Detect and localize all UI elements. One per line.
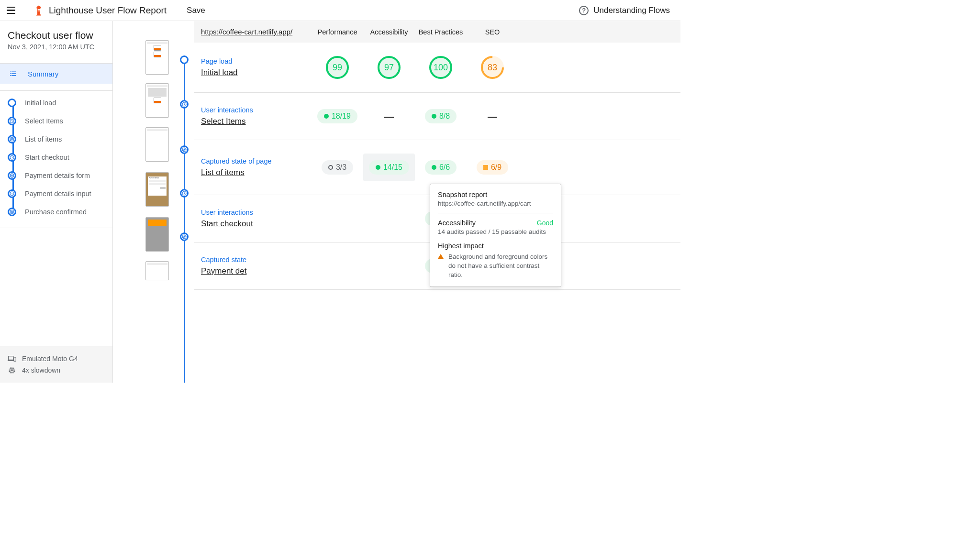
score-pill[interactable]: 14/15 <box>369 160 409 175</box>
score-cell: 99 <box>312 56 363 79</box>
sidebar-footer: Emulated Moto G4 4x slowdown <box>0 346 112 383</box>
tooltip-popover: Snapshot report https://coffee-cart.netl… <box>430 184 561 287</box>
score-cell: 100 <box>415 56 467 79</box>
sidebar-step[interactable]: Payment details form <box>0 166 112 185</box>
step-name-link[interactable]: List of items <box>201 168 312 177</box>
step-type-label: User interactions <box>201 209 312 216</box>
timeline-node-time[interactable] <box>180 189 189 198</box>
score-pill[interactable]: 6/9 <box>477 160 508 175</box>
step-snap-icon <box>8 208 16 216</box>
help-link[interactable]: ? Understanding Flows <box>579 6 670 15</box>
popover-subtitle: 14 audits passed / 15 passable audits <box>438 228 553 235</box>
step-type-label: Page load <box>201 57 312 65</box>
timeline-node-snap[interactable] <box>180 232 189 241</box>
report-row: User interactionsSelect Items18/19—8/8— <box>194 93 680 140</box>
sidebar: Checkout user flow Nov 3, 2021, 12:00 AM… <box>0 21 113 383</box>
thumbnail[interactable] <box>145 127 169 162</box>
sidebar-step[interactable]: Payment details input <box>0 185 112 203</box>
score-cell: 6/6 <box>415 160 467 175</box>
step-name-link[interactable]: Select Items <box>201 117 312 126</box>
svg-rect-8 <box>9 356 14 360</box>
score-cell: 18/19 <box>312 109 363 123</box>
step-name-link[interactable]: Initial load <box>201 68 312 77</box>
sidebar-step[interactable]: Select Items <box>0 112 112 130</box>
table-header: https://coffee-cart.netlify.app/ Perform… <box>194 21 680 43</box>
cpu-icon <box>8 366 16 374</box>
device-info: Emulated Moto G4 <box>8 353 105 364</box>
report-row: Page loadInitial load999710083 <box>194 43 680 93</box>
popover-rating: Good <box>537 219 553 227</box>
summary-label: Summary <box>28 70 58 78</box>
step-name-link[interactable]: Start checkout <box>201 219 312 229</box>
throttle-info: 4x slowdown <box>8 364 105 376</box>
timeline-node-time[interactable] <box>180 100 189 109</box>
score-cell: — <box>467 111 518 122</box>
score-pill[interactable]: 8/8 <box>425 109 457 123</box>
score-na: — <box>384 111 394 122</box>
popover-impact-label: Highest impact <box>438 242 553 250</box>
thumbnail[interactable] <box>145 217 169 252</box>
score-gauge[interactable]: 83 <box>481 56 504 79</box>
sidebar-step[interactable]: Start checkout <box>0 148 112 166</box>
sidebar-step[interactable]: Purchase confirmed <box>0 203 112 221</box>
score-gauge[interactable]: 97 <box>378 56 401 79</box>
flow-date: Nov 3, 2021, 12:00 AM UTC <box>8 43 105 51</box>
step-time-icon <box>8 153 16 162</box>
svg-rect-1 <box>38 11 40 11</box>
step-label: List of items <box>25 135 62 143</box>
step-snap-icon <box>8 135 16 143</box>
report-content: https://coffee-cart.netlify.app/ Perform… <box>194 21 680 383</box>
svg-rect-9 <box>8 360 14 361</box>
lighthouse-logo-icon <box>34 5 43 16</box>
device-icon <box>8 355 16 363</box>
step-type-label: Captured state of page <box>201 157 312 165</box>
warning-triangle-icon <box>438 254 444 259</box>
score-pill[interactable]: 6/6 <box>425 160 457 175</box>
thumbnail[interactable] <box>145 40 169 75</box>
col-performance: Performance <box>312 28 363 36</box>
step-type-label: Captured state <box>201 256 312 264</box>
step-label: Initial load <box>25 99 56 107</box>
sidebar-item-summary[interactable]: Summary <box>0 64 112 84</box>
timeline-node-nav[interactable] <box>180 55 189 64</box>
step-nav-icon <box>8 99 16 107</box>
timeline: Payment details <box>113 21 194 383</box>
popover-url: https://coffee-cart.netlify.app/cart <box>438 200 553 207</box>
step-label: Select Items <box>25 117 63 125</box>
help-label: Understanding Flows <box>593 6 670 15</box>
score-gauge[interactable]: 100 <box>429 56 452 79</box>
app-header: Lighthouse User Flow Report Save ? Under… <box>0 0 680 21</box>
menu-icon[interactable] <box>7 5 18 16</box>
timeline-node-snap[interactable] <box>180 145 189 154</box>
score-pill[interactable]: 18/19 <box>317 109 357 123</box>
step-snap-icon <box>8 171 16 180</box>
popover-title: Snapshot report <box>438 191 553 198</box>
app-title: Lighthouse User Flow Report <box>49 5 167 16</box>
popover-category: Accessibility <box>438 219 476 227</box>
thumbnail[interactable]: Payment details <box>145 172 169 207</box>
step-name-link[interactable]: Payment det <box>201 266 312 276</box>
help-icon: ? <box>579 6 589 15</box>
score-pill[interactable]: 3/3 <box>322 160 353 175</box>
list-icon <box>8 68 18 79</box>
score-cell: 3/3 <box>312 160 363 175</box>
svg-rect-0 <box>38 9 40 10</box>
sidebar-step[interactable]: Initial load <box>0 94 112 112</box>
score-cell: — <box>363 111 415 122</box>
thumbnail[interactable] <box>145 83 169 118</box>
report-url[interactable]: https://coffee-cart.netlify.app/ <box>194 28 312 36</box>
save-button[interactable]: Save <box>187 6 205 15</box>
svg-rect-12 <box>11 369 12 371</box>
score-cell: 97 <box>363 56 415 79</box>
step-time-icon <box>8 189 16 198</box>
sidebar-step[interactable]: List of items <box>0 130 112 148</box>
step-type-label: User interactions <box>201 106 312 114</box>
score-gauge[interactable]: 99 <box>326 56 349 79</box>
step-label: Payment details form <box>25 172 90 179</box>
score-na: — <box>488 111 497 122</box>
step-label: Start checkout <box>25 154 69 161</box>
score-cell: 14/15 <box>363 154 415 181</box>
flow-title: Checkout user flow <box>8 30 105 41</box>
thumbnail[interactable] <box>145 261 169 280</box>
score-cell: 83 <box>467 56 518 79</box>
